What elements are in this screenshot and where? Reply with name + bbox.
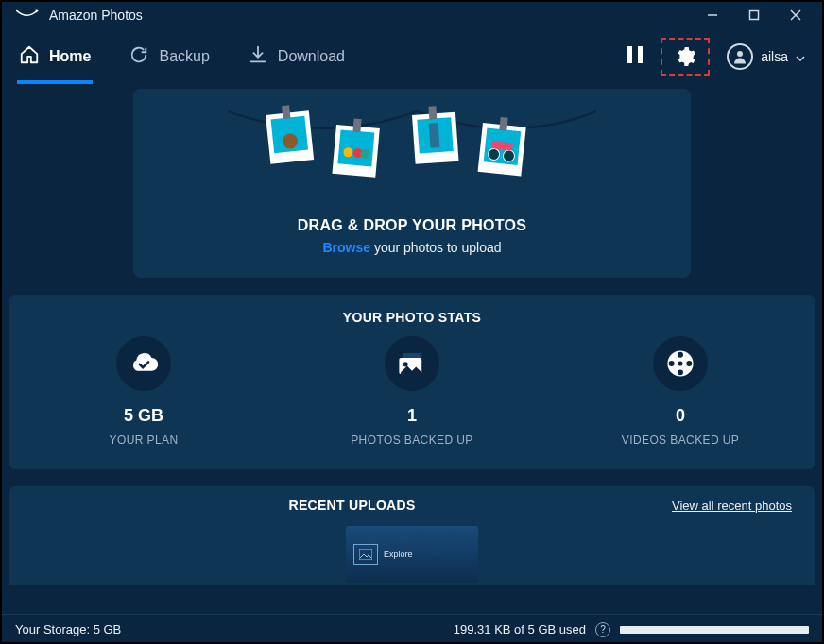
- app-title: Amazon Photos: [49, 8, 143, 23]
- app-logo: Amazon Photos: [15, 8, 143, 24]
- svg-rect-10: [282, 105, 290, 119]
- film-reel-icon: [653, 336, 708, 391]
- help-icon[interactable]: ?: [595, 622, 610, 637]
- view-all-recent-link[interactable]: View all recent photos: [672, 499, 792, 513]
- hanging-photos-illustration: [133, 98, 691, 202]
- svg-point-6: [737, 51, 743, 57]
- tab-backup[interactable]: Backup: [129, 30, 209, 83]
- tab-home[interactable]: Home: [19, 30, 91, 83]
- stat-photos-label: PHOTOS BACKED UP: [351, 433, 473, 447]
- recent-thumbnail[interactable]: Explore: [346, 526, 478, 583]
- stats-panel: YOUR PHOTO STATS 5 GB YOUR PLAN 1 PHOTOS…: [9, 295, 815, 469]
- navbar: Home Backup Download ailsa: [0, 30, 824, 83]
- svg-point-33: [669, 361, 675, 366]
- stats-heading: YOUR PHOTO STATS: [9, 310, 815, 325]
- svg-point-34: [686, 361, 692, 366]
- photo-icon: [353, 544, 378, 565]
- stat-plan: 5 GB YOUR PLAN: [9, 336, 278, 447]
- avatar-icon: [727, 43, 753, 70]
- storage-usage-text: 199.31 KB of 5 GB used: [454, 622, 586, 636]
- recent-heading: RECENT UPLOADS: [288, 498, 415, 513]
- svg-rect-5: [638, 46, 643, 63]
- chevron-down-icon: [796, 49, 805, 64]
- tab-backup-label: Backup: [159, 48, 209, 65]
- maximize-button[interactable]: [733, 0, 775, 30]
- storage-progress-bar: [620, 626, 809, 634]
- svg-rect-1: [750, 11, 759, 20]
- account-menu[interactable]: ailsa: [727, 43, 805, 70]
- stat-plan-label: YOUR PLAN: [110, 433, 179, 447]
- pause-button[interactable]: [627, 45, 644, 68]
- stat-videos: 0 VIDEOS BACKED UP: [546, 336, 815, 447]
- stat-videos-label: VIDEOS BACKED UP: [622, 433, 739, 447]
- storage-label: Your Storage: 5 GB: [15, 622, 121, 636]
- browse-link[interactable]: Browse: [322, 240, 370, 255]
- cloud-check-icon: [116, 336, 171, 391]
- nav-right: ailsa: [627, 38, 805, 76]
- gear-icon: [674, 45, 696, 68]
- recent-thumb-caption: Explore: [384, 550, 413, 559]
- svg-point-29: [403, 362, 408, 366]
- minimize-button[interactable]: [692, 0, 733, 30]
- close-button[interactable]: [775, 0, 816, 30]
- recent-uploads-panel: RECENT UPLOADS View all recent photos Ex…: [9, 486, 815, 585]
- svg-rect-12: [337, 129, 374, 166]
- status-bar: Your Storage: 5 GB 199.31 KB of 5 GB use…: [0, 614, 824, 644]
- titlebar: Amazon Photos: [0, 0, 824, 30]
- username-label: ailsa: [761, 49, 788, 64]
- svg-rect-36: [359, 549, 372, 560]
- amazon-smile-icon: [15, 8, 40, 24]
- stat-photos-value: 1: [407, 406, 417, 426]
- svg-point-32: [678, 369, 683, 375]
- window-controls: [692, 0, 816, 30]
- settings-button[interactable]: [661, 38, 710, 76]
- stat-photos: 1 PHOTOS BACKED UP: [278, 336, 546, 447]
- drop-title: DRAG & DROP YOUR PHOTOS: [298, 217, 527, 234]
- tab-download-label: Download: [278, 48, 345, 65]
- svg-point-35: [678, 361, 682, 365]
- refresh-icon: [129, 44, 149, 69]
- svg-point-31: [678, 352, 683, 358]
- download-icon: [248, 44, 268, 69]
- tab-download[interactable]: Download: [248, 30, 345, 83]
- stat-videos-value: 0: [676, 406, 685, 426]
- svg-rect-19: [429, 123, 440, 148]
- drop-zone[interactable]: DRAG & DROP YOUR PHOTOS Browse your phot…: [133, 89, 691, 278]
- svg-rect-20: [428, 106, 437, 120]
- photos-stack-icon: [385, 336, 439, 391]
- drop-subtitle-suffix: your photos to upload: [370, 240, 502, 255]
- tab-home-label: Home: [49, 48, 91, 65]
- svg-rect-16: [352, 119, 361, 133]
- main-content: DRAG & DROP YOUR PHOTOS Browse your phot…: [0, 83, 824, 614]
- stat-plan-value: 5 GB: [124, 406, 163, 426]
- drop-subtitle: Browse your photos to upload: [322, 240, 501, 255]
- home-icon: [19, 44, 40, 69]
- svg-rect-26: [499, 117, 507, 131]
- svg-rect-4: [627, 46, 632, 63]
